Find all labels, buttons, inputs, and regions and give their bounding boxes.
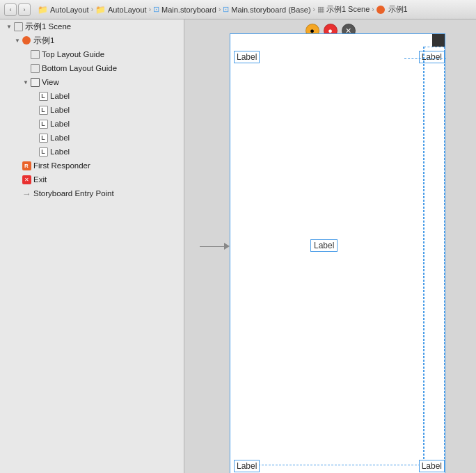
storyboard-icon-2: ⊡ [223,5,229,14]
breadcrumb-label-5: 示例1 Scene [326,4,370,15]
label1-icon: L [38,91,49,101]
nav-back-button[interactable]: ‹ [4,3,17,16]
triangle-example1 [14,37,21,44]
triangle-label1 [31,93,38,99]
sidebar-label-label1: Label [50,92,70,100]
sidebar-item-label3[interactable]: L Label [0,117,184,131]
sidebar-label-scene: 示例1 Scene [25,22,71,32]
sidebar: 示例1 Scene 示例1 Top Layout Guide Bottom La… [0,19,184,473]
breadcrumb-label-3: Main.storyboard [161,6,216,14]
sidebar-item-top-layout[interactable]: Top Layout Guide [0,47,184,61]
sidebar-label-view: View [42,78,59,86]
canvas-label-top-left-text: Label [237,52,257,62]
entry-icon: → [21,189,32,198]
sidebar-item-first-responder[interactable]: R First Responder [0,159,184,173]
breadcrumb-sep-5: › [372,6,374,13]
sidebar-label-exit: Exit [33,175,47,184]
label4-icon: L [38,133,49,143]
breadcrumb-item-1[interactable]: 📁 AutoLayout [38,5,89,15]
canvas-label-center-text: Label [314,241,334,250]
triangle-scene [6,23,13,30]
triangle-exit [14,176,21,183]
sidebar-item-scene[interactable]: 示例1 Scene [0,19,184,33]
constraint-rect [424,47,445,470]
sidebar-label-first-responder: First Responder [33,161,90,170]
breadcrumb-label-1: AutoLayout [50,6,89,14]
scene-icon [13,22,24,31]
main-content: 示例1 Scene 示例1 Top Layout Guide Bottom La… [0,19,476,473]
status-bar [432,34,445,47]
sidebar-label-storyboard-entry: Storyboard Entry Point [33,189,114,198]
canvas-label-bottom-left[interactable]: Label [234,460,260,472]
triangle-top-layout [22,51,29,58]
view-icon [29,77,40,87]
sidebar-item-label2[interactable]: L Label [0,103,184,117]
sidebar-label-label3: Label [50,120,70,128]
breadcrumb-label-4: Main.storyboard (Base) [231,6,310,14]
label3-icon: L [38,119,49,129]
breadcrumb-item-2[interactable]: 📁 AutoLayout [95,5,147,15]
sidebar-label-top-layout: Top Layout Guide [42,50,104,58]
sidebar-item-label5[interactable]: L Label [0,145,184,159]
triangle-bottom-layout [22,65,29,72]
canvas-area[interactable]: ● ● ✕ Label Label Label [184,19,476,473]
sidebar-item-example1[interactable]: 示例1 [0,33,184,47]
breadcrumb-sep-3: › [219,6,221,13]
sidebar-label-label2: Label [50,106,70,114]
first-responder-icon: R [21,161,32,170]
exit-icon: ✕ [21,175,32,184]
nav-forward-button[interactable]: › [18,3,31,16]
triangle-label4 [31,134,38,141]
sidebar-item-storyboard-entry[interactable]: → Storyboard Entry Point [0,186,184,200]
label5-icon: L [38,147,49,157]
scene-icon-orange [376,6,385,14]
sidebar-label-example1: 示例1 [33,35,54,46]
canvas-label-bottom-left-text: Label [237,461,257,471]
sidebar-item-exit[interactable]: ✕ Exit [0,173,184,186]
breadcrumb-sep-4: › [313,6,315,13]
breadcrumb-sep-1: › [91,6,93,13]
top-layout-icon [29,49,40,59]
folder-icon-1: 📁 [38,5,48,15]
sidebar-item-label1[interactable]: L Label [0,89,184,103]
label2-icon: L [38,105,49,115]
bottom-layout-icon [29,63,40,73]
storyboard-icon-1: ⊡ [153,5,159,14]
nav-buttons[interactable]: ‹ › [4,3,31,16]
breadcrumb-label-6: 示例1 [388,4,408,15]
canvas-label-top-left[interactable]: Label [234,51,260,63]
sidebar-label-label5: Label [50,147,70,156]
sidebar-item-label4[interactable]: L Label [0,131,184,145]
sidebar-label-label4: Label [50,134,70,142]
sidebar-label-bottom-layout: Bottom Layout Guide [42,64,117,72]
arrow-line [200,246,224,247]
canvas-label-bottom-right-text: Label [422,461,442,471]
breadcrumb-sep-2: › [149,6,151,13]
breadcrumb-label-2: AutoLayout [108,6,147,14]
triangle-label3 [31,120,38,127]
entry-arrow [200,243,230,250]
folder-icon-2: 📁 [95,5,106,15]
triangle-view [22,79,29,86]
breadcrumb-item-6[interactable]: 示例1 [376,4,408,15]
orange-circle-icon [21,35,32,45]
canvas-label-center[interactable]: Label [310,239,338,252]
breadcrumb-item-5[interactable]: ▦ 示例1 Scene [317,4,370,15]
arrow-head [224,243,230,250]
triangle-first-responder [14,162,21,169]
sidebar-item-bottom-layout[interactable]: Bottom Layout Guide [0,61,184,75]
triangle-label5 [31,148,38,155]
triangle-label2 [31,106,38,113]
phone-frame: Label Label Label Label [230,33,445,473]
breadcrumb: 📁 AutoLayout › 📁 AutoLayout › ⊡ Main.sto… [38,4,408,15]
constraint-line-h-bottom [258,465,445,465]
scene-icon-1: ▦ [317,5,324,14]
main-toolbar: ‹ › 📁 AutoLayout › 📁 AutoLayout › ⊡ Main… [0,0,476,19]
breadcrumb-item-3[interactable]: ⊡ Main.storyboard [153,5,216,14]
canvas-label-bottom-right[interactable]: Label [419,460,445,472]
breadcrumb-item-4[interactable]: ⊡ Main.storyboard (Base) [223,5,310,14]
sidebar-item-view[interactable]: View [0,75,184,89]
triangle-storyboard-entry [14,190,21,197]
